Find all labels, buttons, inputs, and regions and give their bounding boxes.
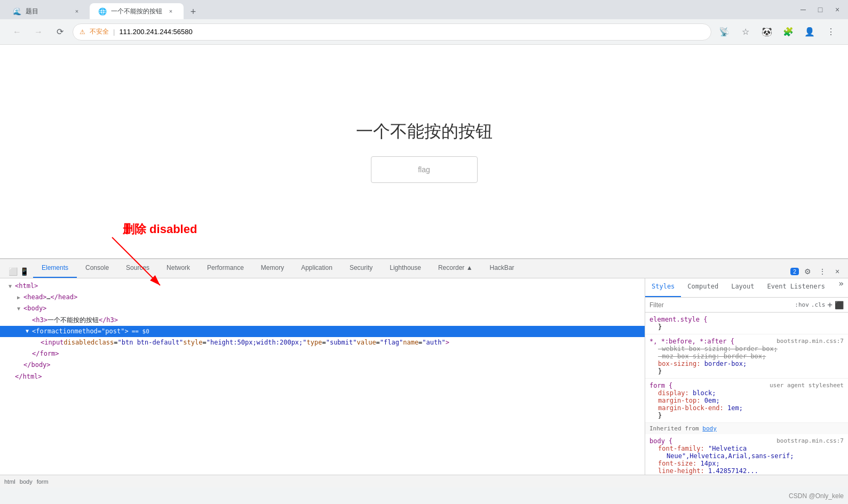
star-icon[interactable]: ☆ (737, 23, 754, 41)
style-display: display: block; (649, 389, 844, 397)
menu-icon[interactable]: ⋮ (822, 23, 839, 41)
devtools-settings-icon[interactable]: ⚙ (801, 265, 814, 278)
extensions-icon[interactable]: 🧩 (780, 23, 797, 41)
dom-h3[interactable]: <h3>一个不能按的按钮</h3> (0, 315, 645, 326)
tab-2-favicon: 🌐 (98, 7, 107, 15)
style-block-universal: *, *:before, *:after { bootstrap.min.css… (645, 334, 848, 379)
url-separator: | (113, 28, 115, 36)
back-button[interactable]: ← (9, 23, 26, 41)
dom-input[interactable]: <input disabled class="btn btn-default" … (0, 337, 645, 348)
style-universal-close: } (649, 367, 844, 375)
styles-tab-computed[interactable]: Computed (681, 278, 725, 297)
breadcrumb-form[interactable]: form (37, 478, 49, 485)
forward-button[interactable]: → (30, 23, 47, 41)
tab-1-title: 题目 (26, 7, 68, 16)
style-font-family: font-family: "Helvetica (649, 445, 844, 452)
devtools-icons: ⬜ 📱 (4, 265, 33, 278)
dom-body-close[interactable]: </body> (0, 359, 645, 371)
dom-body-open[interactable]: ▼ <body> (0, 303, 645, 314)
tab-console[interactable]: Console (77, 259, 117, 278)
security-icon: ⚠ (80, 28, 85, 36)
page-content: 一个不能按的按钮 (0, 45, 848, 258)
style-margin-block-end: margin-block-end: 1em; (649, 404, 844, 412)
tab-2-title: 一个不能按的按钮 (111, 7, 162, 16)
inspect-icon[interactable]: ⬜ (9, 267, 18, 276)
style-font-size: font-size: 14px; (649, 460, 844, 467)
breadcrumb-body[interactable]: body (20, 478, 33, 485)
devtools-more-icon[interactable]: ⋮ (816, 265, 829, 278)
tab-elements[interactable]: Elements (33, 259, 77, 278)
new-tab-button[interactable]: + (186, 4, 201, 19)
style-block-element: element.style { } (645, 313, 848, 334)
page-title: 一个不能按的按钮 (356, 120, 493, 143)
filter-box[interactable]: ⬛ (835, 301, 844, 309)
tab-recorder[interactable]: Recorder ▲ (430, 259, 481, 278)
maximize-button[interactable]: □ (814, 3, 827, 16)
refresh-button[interactable]: ⟳ (51, 23, 68, 41)
close-button[interactable]: × (831, 3, 844, 16)
devtools-body: ▼ <html> ▶ <head>…</head> ▼ <body> <h3>一… (0, 278, 848, 475)
style-moz-boxsizing: -moz-box-sizing: border-box; (649, 353, 844, 360)
tab-security[interactable]: Security (341, 259, 381, 278)
style-font-family-cont: Neue",Helvetica,Arial,sans-serif; (649, 452, 844, 460)
tab-group: 🌊 题目 × 🌐 一个不能按的按钮 × + (4, 0, 795, 19)
tab-lighthouse[interactable]: Lighthouse (381, 259, 430, 278)
tab-2[interactable]: 🌐 一个不能按的按钮 × (90, 3, 184, 19)
dom-head[interactable]: ▶ <head>…</head> (0, 292, 645, 303)
style-block-form: form { user agent stylesheet display: bl… (645, 379, 848, 423)
tab-1[interactable]: 🌊 题目 × (4, 3, 90, 19)
style-selector-universal: *, *:before, *:after { bootstrap.min.css… (649, 338, 844, 345)
title-bar: 🌊 题目 × 🌐 一个不能按的按钮 × + ─ □ × (0, 0, 848, 19)
style-line-height: line-height: 1.42857142... (649, 467, 844, 475)
style-selector-element: element.style { (649, 316, 844, 323)
style-webkit-boxsizing: -webkit-box-sizing: border-box; (649, 345, 844, 353)
tab-2-close[interactable]: × (167, 7, 175, 15)
account-icon[interactable]: 👤 (801, 23, 818, 41)
filter-hov[interactable]: :hov (795, 301, 809, 308)
minimize-button[interactable]: ─ (797, 3, 810, 16)
flag-button (371, 156, 478, 183)
tab-network[interactable]: Network (158, 259, 199, 278)
style-prop-close: } (649, 323, 844, 331)
styles-filter-input[interactable] (649, 301, 792, 309)
styles-tab-event[interactable]: Event Listeners (761, 278, 831, 297)
dom-form-close[interactable]: </form> (0, 348, 645, 359)
dom-html-open[interactable]: ▼ <html> (0, 281, 645, 292)
toolbar-icons: 📡 ☆ 🐼 🧩 👤 ⋮ (716, 23, 839, 41)
styles-tab-styles[interactable]: Styles (645, 278, 681, 297)
style-boxsizing: box-sizing: border-box; (649, 360, 844, 367)
inherited-body-link[interactable]: body (702, 425, 717, 432)
dom-html-close[interactable]: </html> (0, 371, 645, 382)
address-bar: ← → ⟳ ⚠ 不安全 | 111.200.241.244:56580 📡 ☆ … (0, 19, 848, 45)
filter-plus[interactable]: + (827, 300, 833, 310)
device-icon[interactable]: 📱 (20, 267, 29, 276)
devtools-end-controls: 2 ⚙ ⋮ × (790, 265, 848, 278)
styles-tab-layout[interactable]: Layout (725, 278, 760, 297)
tab-application[interactable]: Application (292, 259, 341, 278)
breadcrumb-html[interactable]: html (4, 478, 15, 485)
flag-input-container (371, 156, 478, 183)
url-bar[interactable]: ⚠ 不安全 | 111.200.241.244:56580 (73, 23, 711, 41)
security-text: 不安全 (90, 27, 109, 36)
devtools: ⬜ 📱 Elements Console Sources Network Per… (0, 258, 848, 487)
style-selector-body: body { bootstrap.min.css:7 (649, 437, 844, 445)
inherited-label: Inherited from body (645, 423, 848, 434)
tab-1-close[interactable]: × (73, 7, 81, 15)
tab-memory[interactable]: Memory (252, 259, 292, 278)
style-selector-form: form { user agent stylesheet (649, 382, 844, 389)
dom-form[interactable]: ▼ <form action method="post" > == $0 (0, 326, 645, 337)
tab-performance[interactable]: Performance (199, 259, 252, 278)
tab-sources[interactable]: Sources (117, 259, 158, 278)
styles-filter: :hov .cls + ⬛ (645, 298, 848, 313)
styles-tab-more[interactable]: » (834, 278, 848, 297)
tab-hackbar[interactable]: HackBar (481, 259, 523, 278)
profile-icon[interactable]: 🐼 (758, 23, 775, 41)
style-margin-top: margin-top: 0em; (649, 397, 844, 404)
cast-icon[interactable]: 📡 (716, 23, 733, 41)
filter-cls[interactable]: .cls (811, 301, 826, 308)
dom-panel[interactable]: ▼ <html> ▶ <head>…</head> ▼ <body> <h3>一… (0, 278, 645, 475)
tab-1-favicon: 🌊 (13, 7, 21, 15)
window-controls: ─ □ × (797, 3, 844, 16)
devtools-tabs: ⬜ 📱 Elements Console Sources Network Per… (0, 259, 848, 278)
devtools-close-icon[interactable]: × (831, 265, 844, 278)
